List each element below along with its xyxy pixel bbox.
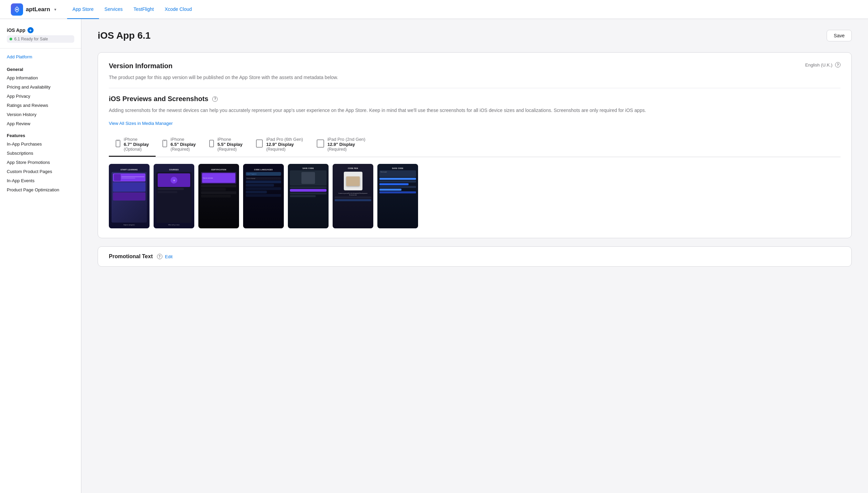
screenshots-title-row: iOS Previews and Screenshots ? bbox=[109, 95, 841, 103]
version-help-icon[interactable]: ? bbox=[835, 62, 841, 68]
sidebar-add-platform-section: Add Platform bbox=[0, 54, 81, 65]
device-tab-65-info: iPhone 6.5" Display (Required) bbox=[171, 137, 196, 152]
save-button[interactable]: Save bbox=[827, 30, 852, 41]
device-tab-65-size: 6.5" Display bbox=[171, 142, 196, 147]
top-nav: aptLearn ▾ App Store Services TestFlight… bbox=[0, 0, 868, 19]
device-tab-65-model: iPhone bbox=[171, 137, 196, 142]
device-tab-ipad2-req: (Required) bbox=[328, 147, 366, 152]
page-header: iOS App 6.1 Save bbox=[98, 30, 852, 41]
screenshot-1[interactable]: START LEARNING Explore categories bbox=[109, 164, 150, 228]
version-status-text: 6.1 Ready for Sale bbox=[14, 37, 48, 41]
promo-edit-link[interactable]: Edit bbox=[165, 254, 173, 259]
nav-links: App Store Services TestFlight Xcode Clou… bbox=[67, 0, 197, 19]
screenshot-4[interactable]: CODE LANGUAGES Code Fragment Choose a la… bbox=[243, 164, 284, 228]
svg-rect-4 bbox=[210, 140, 214, 147]
screenshot-5[interactable]: SAVE CODE bbox=[288, 164, 329, 228]
phone-55-icon bbox=[209, 140, 214, 149]
sidebar-item-app-information[interactable]: App Information bbox=[0, 73, 81, 82]
screenshots-section: iOS Previews and Screenshots ? Adding sc… bbox=[109, 95, 841, 228]
svg-rect-0 bbox=[116, 140, 120, 147]
app-logo bbox=[11, 3, 23, 16]
nav-brand: aptLearn ▾ bbox=[11, 3, 56, 16]
device-tab-ipad2[interactable]: iPad Pro (2nd Gen) 12.9" Display (Requir… bbox=[310, 133, 372, 157]
nav-link-xcloud[interactable]: Xcode Cloud bbox=[159, 0, 197, 19]
nav-link-appstore[interactable]: App Store bbox=[67, 0, 99, 19]
version-info-title: Version Information bbox=[109, 62, 173, 70]
sidebar-section-general: General App Information Pricing and Avai… bbox=[0, 65, 81, 128]
device-tab-55-req: (Required) bbox=[217, 147, 242, 152]
version-info-header: Version Information English (U.K.) ? bbox=[109, 62, 841, 70]
brand-chevron[interactable]: ▾ bbox=[54, 7, 56, 12]
sidebar-item-app-review[interactable]: App Review bbox=[0, 119, 81, 128]
device-tab-55-model: iPhone bbox=[217, 137, 242, 142]
version-info-description: The product page for this app version wi… bbox=[109, 74, 841, 81]
brand-name: aptLearn bbox=[26, 6, 50, 13]
ipad-2nd-icon bbox=[317, 139, 324, 149]
promo-help-icon[interactable]: ? bbox=[157, 254, 162, 259]
logo-icon bbox=[13, 6, 21, 13]
version-information-section: Version Information English (U.K.) ? The… bbox=[98, 52, 852, 238]
language-selector[interactable]: English (U.K.) ? bbox=[805, 62, 841, 68]
device-tab-ipad6-size: 12.9" Display bbox=[266, 142, 303, 147]
sidebar-section-general-title: General bbox=[0, 65, 81, 73]
device-tab-67-req: (Optional) bbox=[124, 147, 149, 152]
screenshot-3[interactable]: CERTIFICATION Course overview bbox=[198, 164, 239, 228]
sidebar-app-name: iOS App bbox=[7, 27, 25, 33]
device-tab-67-size: 6.7" Display bbox=[124, 142, 149, 147]
sidebar-item-pricing[interactable]: Pricing and Availability bbox=[0, 82, 81, 92]
sidebar-item-custom-pages[interactable]: Custom Product Pages bbox=[0, 167, 81, 176]
device-tab-55-size: 5.5" Display bbox=[217, 142, 242, 147]
sidebar: iOS App + 6.1 Ready for Sale Add Platfor… bbox=[0, 19, 81, 493]
svg-rect-5 bbox=[256, 140, 262, 147]
sidebar-item-version-history[interactable]: Version History bbox=[0, 110, 81, 119]
screenshot-2[interactable]: COURSES ⚙ What will you learn bbox=[154, 164, 194, 228]
sidebar-item-app-privacy[interactable]: App Privacy bbox=[0, 92, 81, 101]
sidebar-app-header: iOS App + 6.1 Ready for Sale bbox=[0, 27, 81, 49]
device-tab-65-req: (Required) bbox=[171, 147, 196, 152]
device-tab-55-info: iPhone 5.5" Display (Required) bbox=[217, 137, 242, 152]
nav-link-testflight[interactable]: TestFlight bbox=[128, 0, 159, 19]
add-platform-link[interactable]: Add Platform bbox=[7, 54, 32, 59]
sidebar-item-ratings[interactable]: Ratings and Reviews bbox=[0, 101, 81, 110]
device-tab-ipad2-size: 12.9" Display bbox=[328, 142, 366, 147]
page-title: iOS App 6.1 bbox=[98, 30, 151, 41]
screenshots-help-icon[interactable]: ? bbox=[212, 96, 218, 102]
phone-67-icon bbox=[116, 140, 120, 149]
device-tab-ipad6-info: iPad Pro (6th Gen) 12.9" Display (Requir… bbox=[266, 137, 303, 152]
device-tabs: iPhone 6.7" Display (Optional) iPhone 6.… bbox=[109, 133, 841, 157]
device-tab-65[interactable]: iPhone 6.5" Display (Required) bbox=[156, 133, 202, 157]
sidebar-item-page-opt[interactable]: Product Page Optimization bbox=[0, 185, 81, 194]
device-tab-ipad6-req: (Required) bbox=[266, 147, 303, 152]
nav-link-services[interactable]: Services bbox=[99, 0, 128, 19]
screenshots-description: Adding screenshots for the newest device… bbox=[109, 107, 841, 114]
device-tab-ipad2-model: iPad Pro (2nd Gen) bbox=[328, 137, 366, 142]
phone-65-icon bbox=[162, 140, 167, 149]
sidebar-version: 6.1 Ready for Sale bbox=[7, 35, 74, 43]
view-all-sizes-link[interactable]: View All Sizes in Media Manager bbox=[109, 121, 841, 126]
device-tab-67[interactable]: iPhone 6.7" Display (Optional) bbox=[109, 133, 156, 157]
version-status-dot bbox=[9, 38, 12, 40]
promo-label: Promotional Text bbox=[109, 253, 153, 260]
language-text: English (U.K.) bbox=[805, 62, 832, 68]
device-tab-ipad2-info: iPad Pro (2nd Gen) 12.9" Display (Requir… bbox=[328, 137, 366, 152]
sidebar-app-title: iOS App + bbox=[7, 27, 74, 33]
sidebar-section-features-title: Features bbox=[0, 131, 81, 139]
ipad-6th-icon bbox=[256, 139, 263, 149]
sidebar-section-features: Features In-App Purchases Subscriptions … bbox=[0, 131, 81, 194]
device-tab-67-model: iPhone bbox=[124, 137, 149, 142]
screenshot-7[interactable]: SAVE CODE School project bbox=[377, 164, 418, 228]
main-content: iOS App 6.1 Save Version Information Eng… bbox=[81, 19, 868, 493]
sidebar-item-subscriptions[interactable]: Subscriptions bbox=[0, 149, 81, 158]
sidebar-item-iap[interactable]: In-App Purchases bbox=[0, 139, 81, 149]
promotional-text-section: Promotional Text ? Edit bbox=[98, 246, 852, 267]
sidebar-item-events[interactable]: In-App Events bbox=[0, 176, 81, 185]
device-tab-67-info: iPhone 6.7" Display (Optional) bbox=[124, 137, 149, 152]
device-tab-55[interactable]: iPhone 5.5" Display (Required) bbox=[202, 133, 249, 157]
sidebar-item-promotions[interactable]: App Store Promotions bbox=[0, 158, 81, 167]
screenshot-6[interactable]: CODE PEN Immerse yourself in the Integra… bbox=[333, 164, 373, 228]
sidebar-add-btn[interactable]: + bbox=[27, 27, 34, 33]
svg-rect-2 bbox=[163, 140, 167, 147]
screenshots-grid: START LEARNING Explore categories bbox=[109, 164, 841, 228]
device-tab-ipad6[interactable]: iPad Pro (6th Gen) 12.9" Display (Requir… bbox=[249, 133, 310, 157]
svg-rect-7 bbox=[317, 140, 324, 147]
